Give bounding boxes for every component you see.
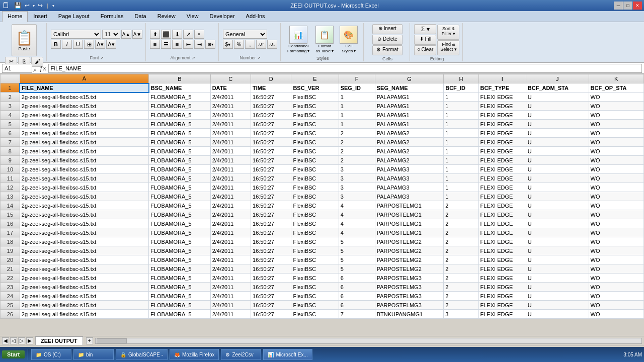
cell-A11[interactable]: 2g-zeei-seg-all-flexibsc-s15.txt — [20, 174, 148, 183]
cell-J25[interactable]: U — [526, 301, 589, 310]
cell-K16[interactable]: WO — [589, 219, 643, 228]
cell-G6[interactable]: PALAPAMG2 — [375, 129, 444, 138]
cell-F25[interactable]: 6 — [339, 301, 375, 310]
cell-A19[interactable]: 2g-zeei-seg-all-flexibsc-s15.txt — [20, 246, 148, 255]
cell-B14[interactable]: FLOBAMORA_5 — [149, 201, 210, 210]
cell-I25[interactable]: FLEXI EDGE — [478, 301, 526, 310]
cell-J19[interactable]: U — [526, 246, 589, 255]
cell-J3[interactable]: U — [526, 102, 589, 111]
cell-F3[interactable]: 1 — [339, 102, 375, 111]
cell-J11[interactable]: U — [526, 174, 589, 183]
cell-G11[interactable]: PALAPAMG3 — [375, 174, 444, 183]
cell-A4[interactable]: 2g-zeei-seg-all-flexibsc-s15.txt — [20, 111, 148, 120]
taskbar-item-bin[interactable]: 📁 bin — [73, 349, 114, 360]
cell-E1[interactable]: BSC_VER — [291, 83, 339, 93]
tab-page-layout[interactable]: Page Layout — [53, 11, 95, 22]
cell-I20[interactable]: FLEXI EDGE — [478, 255, 526, 264]
sheet-tab-zeei-output[interactable]: ZEEI OUTPUT — [35, 336, 83, 345]
cell-K5[interactable]: WO — [589, 120, 643, 129]
row-2-num[interactable]: 2 — [1, 93, 20, 102]
cell-I14[interactable]: FLEXI EDGE — [478, 201, 526, 210]
cell-G24[interactable]: PARPOSTELMG3 — [375, 292, 444, 301]
cell-F26[interactable]: 7 — [339, 310, 375, 319]
font-color-button[interactable]: A▾ — [106, 40, 116, 49]
cell-I7[interactable]: FLEXI EDGE — [478, 138, 526, 147]
increase-indent-button[interactable]: ⇥ — [194, 40, 204, 49]
formula-input[interactable] — [48, 64, 642, 73]
increase-font-button[interactable]: A▲ — [121, 30, 131, 39]
cell-C10[interactable]: 2/4/2011 — [210, 165, 251, 174]
paste-button[interactable]: 📋 Paste — [12, 24, 37, 56]
cell-C25[interactable]: 2/4/2011 — [210, 301, 251, 310]
cell-E9[interactable]: FlexiBSC — [291, 156, 339, 165]
cell-A9[interactable]: 2g-zeei-seg-all-flexibsc-s15.txt — [20, 156, 148, 165]
cell-G10[interactable]: PALAPAMG3 — [375, 165, 444, 174]
cell-I3[interactable]: FLEXI EDGE — [478, 102, 526, 111]
cell-I16[interactable]: FLEXI EDGE — [478, 219, 526, 228]
cell-F12[interactable]: 3 — [339, 183, 375, 192]
font-size-select[interactable]: 11 — [102, 30, 120, 39]
horizontal-scrollbar[interactable] — [95, 338, 642, 344]
row-10-num[interactable]: 10 — [1, 165, 20, 174]
cell-F17[interactable]: 4 — [339, 228, 375, 237]
cell-G19[interactable]: PARPOSTELMG2 — [375, 246, 444, 255]
cell-H21[interactable]: 2 — [444, 264, 478, 274]
cell-J26[interactable]: U — [526, 310, 589, 319]
cell-I6[interactable]: FLEXI EDGE — [478, 129, 526, 138]
cell-D5[interactable]: 16:50:27 — [251, 120, 291, 129]
cell-B5[interactable]: FLOBAMORA_5 — [149, 120, 210, 129]
cell-B22[interactable]: FLOBAMORA_5 — [149, 274, 210, 283]
cell-H15[interactable]: 2 — [444, 210, 478, 219]
cell-I12[interactable]: FLEXI EDGE — [478, 183, 526, 192]
tab-home[interactable]: Home — [2, 11, 28, 22]
cell-E11[interactable]: FlexiBSC — [291, 174, 339, 183]
align-bottom-button[interactable]: ⬇ — [172, 30, 182, 39]
tab-review[interactable]: Review — [152, 11, 181, 22]
col-G-header[interactable]: G — [375, 74, 444, 83]
cell-K12[interactable]: WO — [589, 183, 643, 192]
taskbar-item-os-c[interactable]: 📁 OS (C:) — [31, 349, 71, 360]
cell-I18[interactable]: FLEXI EDGE — [478, 237, 526, 246]
cell-C8[interactable]: 2/4/2011 — [210, 147, 251, 156]
cell-C23[interactable]: 2/4/2011 — [210, 283, 251, 292]
cell-I19[interactable]: FLEXI EDGE — [478, 246, 526, 255]
cell-A2[interactable]: 2g-zeei-seg-all-flexibsc-s15.txt — [20, 93, 148, 102]
cell-D17[interactable]: 16:50:27 — [251, 228, 291, 237]
row-9-num[interactable]: 9 — [1, 156, 20, 165]
cell-C15[interactable]: 2/4/2011 — [210, 210, 251, 219]
cell-J4[interactable]: U — [526, 111, 589, 120]
row-15-num[interactable]: 15 — [1, 210, 20, 219]
tab-view[interactable]: View — [181, 11, 204, 22]
clear-button[interactable]: ◊ Clear — [414, 45, 436, 55]
cell-D7[interactable]: 16:50:27 — [251, 138, 291, 147]
col-I-header[interactable]: I — [478, 74, 526, 83]
cell-E6[interactable]: FlexiBSC — [291, 129, 339, 138]
cell-H19[interactable]: 2 — [444, 246, 478, 255]
cell-E26[interactable]: FlexiBSC — [291, 310, 339, 319]
cell-I23[interactable]: FLEXI EDGE — [478, 283, 526, 292]
cell-H20[interactable]: 2 — [444, 255, 478, 264]
cell-G17[interactable]: PARPOSTELMG1 — [375, 228, 444, 237]
cell-F18[interactable]: 5 — [339, 237, 375, 246]
tab-developer[interactable]: Developer — [204, 11, 240, 22]
cell-E20[interactable]: FlexiBSC — [291, 255, 339, 264]
cell-A26[interactable]: 2g-zeei-seg-all-flexibsc-s15.txt — [20, 310, 148, 319]
cell-F9[interactable]: 2 — [339, 156, 375, 165]
cell-C22[interactable]: 2/4/2011 — [210, 274, 251, 283]
decrease-indent-button[interactable]: ⇤ — [183, 40, 193, 49]
increase-decimal-button[interactable]: .0↑ — [256, 40, 266, 49]
row-4-num[interactable]: 4 — [1, 111, 20, 120]
row-23-num[interactable]: 23 — [1, 283, 20, 292]
cell-C2[interactable]: 2/4/2011 — [210, 93, 251, 102]
font-name-select[interactable]: Calibri — [51, 30, 101, 39]
cell-B11[interactable]: FLOBAMORA_5 — [149, 174, 210, 183]
cell-H4[interactable]: 1 — [444, 111, 478, 120]
cell-F20[interactable]: 5 — [339, 255, 375, 264]
cell-A22[interactable]: 2g-zeei-seg-all-flexibsc-s15.txt — [20, 274, 148, 283]
save-icon[interactable]: 💾 — [13, 2, 23, 9]
decrease-font-button[interactable]: A▼ — [132, 30, 142, 39]
tab-insert[interactable]: Insert — [28, 11, 53, 22]
cell-K15[interactable]: WO — [589, 210, 643, 219]
scroll-sheet-right2[interactable]: ▷ — [18, 337, 25, 344]
cell-I8[interactable]: FLEXI EDGE — [478, 147, 526, 156]
